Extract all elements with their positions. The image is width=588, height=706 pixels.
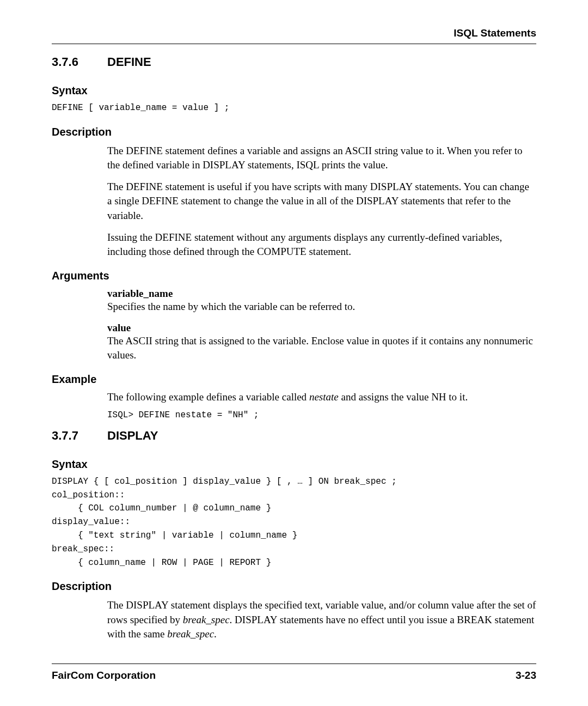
- example-code: ISQL> DEFINE nestate = "NH" ;: [107, 409, 536, 422]
- description-paragraph: Issuing the DEFINE statement without any…: [107, 230, 536, 259]
- page: ISQL Statements 3.7.6 DEFINE Syntax DEFI…: [0, 0, 588, 706]
- description-paragraph: The DEFINE statement defines a variable …: [107, 144, 536, 172]
- example-intro-text: The following example defines a variable…: [107, 391, 309, 403]
- section-title: DISPLAY: [107, 429, 158, 443]
- example-intro-var: nestate: [309, 391, 339, 403]
- footer-company: FairCom Corporation: [52, 670, 156, 681]
- description-paragraph: The DEFINE statement is useful if you ha…: [107, 180, 536, 223]
- section-title: DEFINE: [107, 55, 151, 69]
- description-heading: Description: [52, 580, 536, 593]
- example-heading: Example: [52, 373, 536, 386]
- running-header: ISQL Statements: [52, 27, 536, 39]
- desc-italic: break_spec: [183, 614, 230, 625]
- section-number: 3.7.6: [52, 55, 107, 69]
- footer-rule: [52, 664, 536, 664]
- description-heading: Description: [52, 126, 536, 138]
- display-description-paragraph: The DISPLAY statement displays the speci…: [107, 598, 536, 641]
- desc-text: .: [214, 628, 217, 640]
- syntax-heading: Syntax: [52, 84, 536, 97]
- footer-page-number: 3-23: [516, 670, 536, 681]
- syntax-heading: Syntax: [52, 458, 536, 471]
- argument-body: Specifies the name by which the variable…: [107, 300, 536, 314]
- arguments-heading: Arguments: [52, 270, 536, 282]
- define-syntax-code: DEFINE [ variable_name = value ] ;: [52, 101, 536, 115]
- example-intro-text: and assigns the value NH to it.: [339, 391, 468, 403]
- section-heading-define: 3.7.6 DEFINE: [52, 55, 536, 69]
- header-rule: [52, 44, 536, 44]
- section-number: 3.7.7: [52, 429, 107, 443]
- section-heading-display: 3.7.7 DISPLAY: [52, 429, 536, 443]
- display-syntax-code: DISPLAY { [ col_position ] display_value…: [52, 475, 536, 570]
- desc-italic: break_spec: [167, 628, 214, 640]
- footer: FairCom Corporation 3-23: [52, 664, 536, 681]
- argument-name: value: [107, 322, 536, 334]
- example-intro: The following example defines a variable…: [107, 391, 536, 403]
- argument-body: The ASCII string that is assigned to the…: [107, 334, 536, 362]
- argument-name: variable_name: [107, 288, 536, 300]
